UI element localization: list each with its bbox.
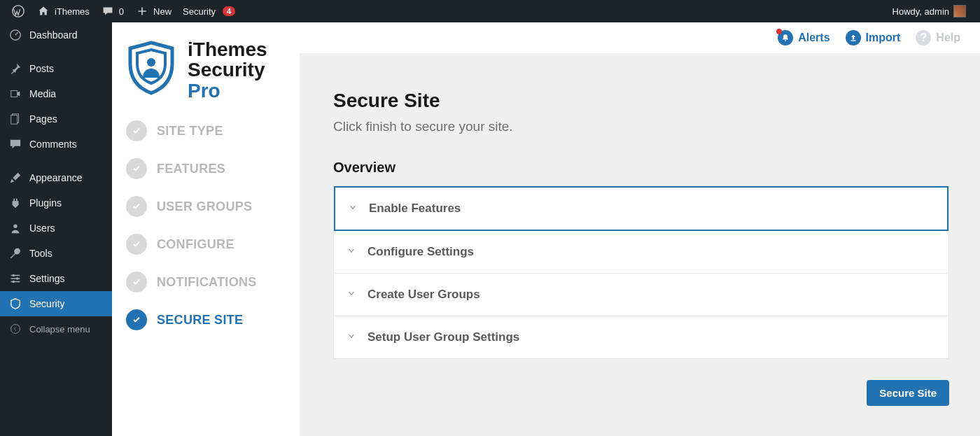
collapse-menu[interactable]: Collapse menu [0, 316, 112, 342]
security-toolbar-link[interactable]: Security 4 [177, 0, 241, 22]
page-subtitle: Click finish to secure your site. [333, 119, 949, 134]
collapse-label: Collapse menu [29, 324, 90, 335]
site-name-link[interactable]: iThemes [31, 0, 95, 22]
menu-pages[interactable]: Pages [0, 106, 112, 132]
wizard-sidebar: iThemes Security Pro SITE TYPEFEATURESUS… [112, 22, 300, 436]
check-circle-icon [126, 309, 147, 330]
menu-label: Tools [29, 248, 52, 259]
brand-line2: Security [188, 59, 267, 80]
svg-point-9 [11, 325, 20, 334]
import-button[interactable]: Import [846, 30, 901, 45]
site-name: iThemes [55, 6, 90, 17]
wp-logo[interactable] [6, 0, 31, 22]
accordion-label: Configure Settings [368, 245, 474, 259]
menu-label: Settings [29, 273, 65, 284]
menu-label: Security [29, 298, 65, 309]
chevron-down-icon [348, 202, 358, 215]
help-button[interactable]: ? Help [916, 30, 960, 45]
svg-point-10 [147, 58, 155, 66]
wordpress-icon [11, 4, 25, 18]
howdy-text: Howdy, admin [892, 6, 949, 17]
comments-link[interactable]: 0 [95, 0, 130, 22]
check-circle-icon [126, 196, 147, 217]
tools-icon [8, 246, 22, 260]
accordion-setup-user-group-settings[interactable]: Setup User Group Settings [334, 316, 948, 358]
menu-comments[interactable]: Comments [0, 132, 112, 157]
help-label: Help [936, 31, 960, 44]
wizard-step-features[interactable]: FEATURES [126, 158, 286, 179]
accordion-create-user-groups[interactable]: Create User Groups [334, 274, 948, 316]
menu-users[interactable]: Users [0, 216, 112, 241]
brand-line1: iThemes [188, 39, 267, 59]
menu-security[interactable]: Security [0, 291, 112, 316]
menu-label: Dashboard [29, 29, 78, 41]
media-icon [8, 87, 22, 101]
step-label: FEATURES [157, 162, 225, 176]
svg-point-5 [13, 225, 17, 228]
security-badge: 4 [223, 6, 235, 16]
accordion-configure-settings[interactable]: Configure Settings [334, 231, 948, 274]
wizard-step-notifications[interactable]: NOTIFICATIONS [126, 272, 286, 293]
plugin-icon [8, 196, 22, 210]
accordion-enable-features[interactable]: Enable Features [334, 186, 948, 231]
check-circle-icon [126, 272, 147, 293]
comments-icon [8, 137, 22, 151]
svg-point-6 [13, 274, 15, 277]
menu-label: Appearance [29, 172, 83, 183]
dashboard-icon [8, 28, 22, 42]
brand-text: iThemes Security Pro [188, 39, 267, 101]
brand-shield-icon [126, 40, 176, 100]
brush-icon [8, 171, 22, 185]
svg-rect-2 [11, 91, 18, 97]
menu-settings[interactable]: Settings [0, 266, 112, 291]
check-circle-icon [126, 234, 147, 255]
security-toolbar-label: Security [183, 6, 216, 17]
avatar [953, 5, 966, 17]
overview-title: Overview [333, 160, 949, 176]
sliders-icon [8, 272, 22, 286]
account-link[interactable]: Howdy, admin [887, 0, 972, 22]
alerts-label: Alerts [798, 31, 830, 44]
wizard-step-user-groups[interactable]: USER GROUPS [126, 196, 286, 217]
comment-count: 0 [119, 6, 124, 17]
admin-bar-right: Howdy, admin [887, 0, 974, 22]
chevron-down-icon [346, 288, 356, 301]
header-actions: Alerts Import ? Help [300, 22, 980, 53]
menu-label: Plugins [29, 197, 62, 209]
upload-icon [846, 30, 861, 45]
shield-icon [8, 297, 22, 311]
menu-label: Comments [29, 139, 77, 150]
svg-point-7 [16, 277, 19, 280]
admin-bar-left: iThemes 0 New Security 4 [6, 0, 241, 22]
menu-appearance[interactable]: Appearance [0, 165, 112, 190]
menu-posts[interactable]: Posts [0, 56, 112, 81]
svg-rect-4 [11, 115, 18, 125]
accordion-label: Create User Groups [368, 288, 480, 302]
new-content-link[interactable]: New [130, 0, 177, 22]
pin-icon [8, 62, 22, 76]
wizard-step-secure-site[interactable]: SECURE SITE [126, 309, 286, 330]
menu-media[interactable]: Media [0, 81, 112, 106]
menu-dashboard[interactable]: Dashboard [0, 22, 112, 48]
step-label: SECURE SITE [157, 313, 243, 328]
menu-plugins[interactable]: Plugins [0, 190, 112, 216]
secure-site-button[interactable]: Secure Site [867, 380, 949, 406]
home-icon [36, 4, 50, 18]
comment-icon [101, 4, 115, 18]
check-circle-icon [126, 158, 147, 179]
wizard-step-configure[interactable]: CONFIGURE [126, 234, 286, 255]
brand-line3: Pro [188, 80, 267, 101]
menu-label: Pages [29, 113, 57, 125]
overview-accordion: Enable Features Configure Settings Creat… [333, 185, 949, 359]
main-content: Secure Site Click finish to secure your … [300, 53, 980, 436]
bell-icon [778, 30, 793, 45]
alerts-button[interactable]: Alerts [778, 30, 830, 45]
wp-admin-bar: iThemes 0 New Security 4 Howdy, admin [0, 0, 980, 22]
step-label: USER GROUPS [157, 199, 252, 214]
step-label: CONFIGURE [157, 237, 234, 252]
wp-admin-menu: Dashboard Posts Media Pages Comments App… [0, 22, 112, 436]
menu-tools[interactable]: Tools [0, 241, 112, 266]
step-label: NOTIFICATIONS [157, 275, 257, 290]
import-label: Import [866, 31, 901, 44]
wizard-step-site-type[interactable]: SITE TYPE [126, 120, 286, 141]
